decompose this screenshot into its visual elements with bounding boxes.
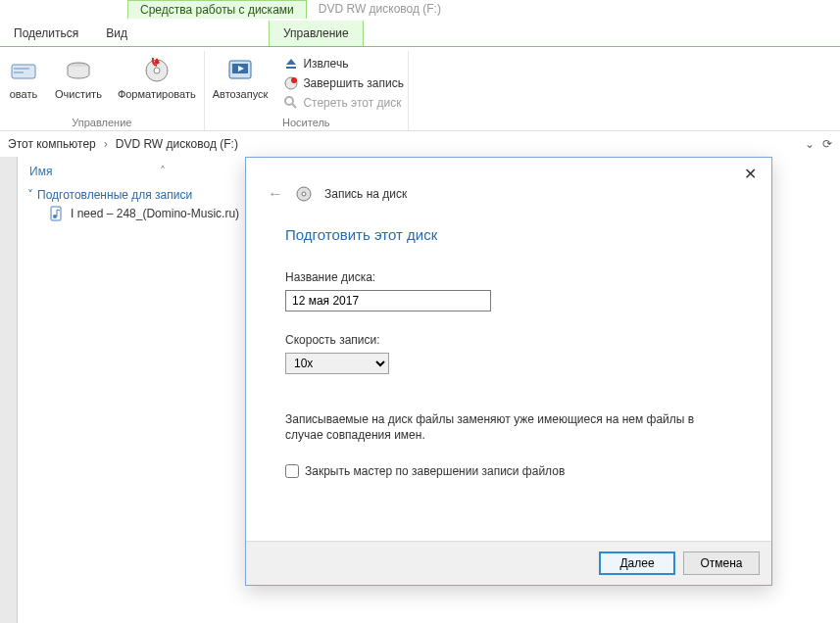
close-wizard-label: Закрыть мастер по завершении записи файл… <box>305 464 565 478</box>
finalize-button[interactable]: Завершить запись <box>283 74 404 92</box>
close-icon: ✕ <box>744 165 757 183</box>
erase-label: Стереть этот диск <box>303 96 401 110</box>
file-name: I need – 248_(Domino-Music.ru) <box>71 207 239 220</box>
file-group-label: Подготовленные для записи <box>37 188 192 202</box>
column-header-name[interactable]: Имя <box>29 165 52 178</box>
chevron-down-icon: ˅ <box>27 188 33 202</box>
svg-point-11 <box>285 97 293 105</box>
autorun-icon <box>224 55 256 86</box>
rename-button[interactable]: овать <box>4 53 43 102</box>
arrow-left-icon: ← <box>268 185 283 202</box>
cancel-button[interactable]: Отмена <box>683 551 760 575</box>
finalize-icon <box>283 75 299 91</box>
chevron-right-icon: › <box>104 137 108 151</box>
erase-button[interactable]: Стереть этот диск <box>283 94 404 112</box>
svg-point-10 <box>291 77 297 83</box>
autorun-button[interactable]: Автозапуск <box>209 53 272 102</box>
close-wizard-checkbox[interactable] <box>285 464 299 478</box>
chevron-down-icon[interactable]: ⌄ <box>805 137 815 151</box>
autorun-label: Автозапуск <box>213 88 269 100</box>
clear-label: Очистить <box>55 88 102 100</box>
svg-rect-13 <box>51 207 61 220</box>
context-title: DVD RW дисковод (F:) <box>319 0 441 18</box>
ribbon-group-manage-label: Управление <box>72 115 131 130</box>
close-wizard-row[interactable]: Закрыть мастер по завершении записи файл… <box>285 464 732 478</box>
format-button[interactable]: Форматировать <box>114 53 200 102</box>
rename-label: овать <box>10 88 37 100</box>
svg-point-3 <box>154 68 160 73</box>
svg-point-16 <box>302 192 306 196</box>
clear-button[interactable]: Очистить <box>51 53 106 102</box>
disc-name-input[interactable] <box>285 290 491 312</box>
eject-button[interactable]: Извлечь <box>283 55 404 72</box>
nav-pane-stub[interactable] <box>0 157 18 623</box>
clear-icon <box>63 55 94 86</box>
disc-icon <box>295 185 313 203</box>
burn-speed-label: Скорость записи: <box>285 333 732 347</box>
ribbon-group-media-label: Носитель <box>282 115 330 130</box>
tab-view[interactable]: Вид <box>92 21 141 46</box>
svg-marker-7 <box>286 59 296 65</box>
tab-share[interactable]: Поделиться <box>0 21 92 46</box>
close-button[interactable]: ✕ <box>734 162 766 185</box>
svg-point-14 <box>53 215 57 218</box>
dialog-header-title: Запись на диск <box>324 187 407 201</box>
overwrite-note: Записываемые на диск файлы заменяют уже … <box>285 411 732 443</box>
tab-manage[interactable]: Управление <box>269 21 364 46</box>
audio-file-icon <box>49 206 65 221</box>
disc-name-label: Название диска: <box>285 270 732 284</box>
erase-icon <box>283 95 299 111</box>
sort-indicator-icon: ˄ <box>160 165 166 178</box>
svg-line-12 <box>292 104 296 108</box>
svg-rect-8 <box>286 67 296 69</box>
breadcrumb-leaf[interactable]: DVD RW дисковод (F:) <box>116 137 238 151</box>
eject-label: Извлечь <box>303 57 348 71</box>
context-tab-disc-tools[interactable]: Средства работы с дисками <box>127 0 307 19</box>
ribbon: овать Очистить Форматировать Управление … <box>0 47 840 131</box>
burn-speed-select[interactable]: 10x <box>285 353 389 374</box>
eject-icon <box>283 56 299 72</box>
next-button[interactable]: Далее <box>599 551 675 575</box>
finalize-label: Завершить запись <box>303 76 404 90</box>
burn-disc-dialog: ✕ ← Запись на диск Подготовить этот диск… <box>245 157 772 586</box>
dialog-heading: Подготовить этот диск <box>285 226 732 243</box>
refresh-icon[interactable]: ⟳ <box>822 137 832 151</box>
breadcrumb[interactable]: Этот компьютер › DVD RW дисковод (F:) ⌄ … <box>0 131 840 157</box>
breadcrumb-root[interactable]: Этот компьютер <box>8 137 96 151</box>
back-button[interactable]: ← <box>268 185 283 203</box>
svg-rect-0 <box>12 65 35 78</box>
format-label: Форматировать <box>118 88 196 100</box>
format-icon <box>141 55 173 86</box>
rename-icon <box>8 55 39 86</box>
